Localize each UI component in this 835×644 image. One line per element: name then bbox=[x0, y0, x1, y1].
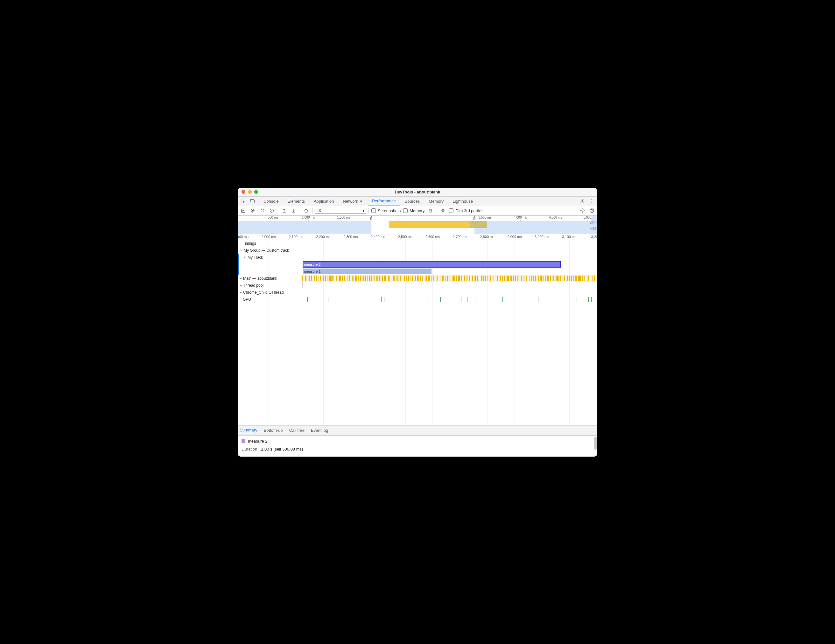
dim-3rd-parties-checkbox[interactable]: Dim 3rd parties bbox=[449, 208, 483, 213]
overview-tick: 1,500 ms bbox=[337, 216, 350, 219]
more-icon[interactable] bbox=[588, 197, 596, 205]
panel-tabs-bar: Console Elements Application Network Per… bbox=[238, 196, 597, 206]
overview-tick: 4,000 ms bbox=[513, 216, 526, 219]
overview-tick: 1,000 ms bbox=[302, 216, 315, 219]
flame-chart[interactable]: Timings ▼My Group — Custom track ▼My Tra… bbox=[238, 240, 597, 425]
overview-handle-left[interactable] bbox=[370, 216, 372, 220]
record-icon[interactable] bbox=[249, 207, 256, 214]
flame-ruler: 1,900 ms 2,000 ms 2,100 ms 2,200 ms 2,30… bbox=[238, 234, 597, 240]
flame-tick: 2,400 ms bbox=[371, 235, 385, 238]
flame-tick: 2,600 ms bbox=[426, 235, 440, 238]
track-timings[interactable]: Timings bbox=[238, 240, 597, 247]
svg-point-11 bbox=[252, 210, 253, 212]
summary-duration-row: Duration 1.00 s (self 500.08 ms) bbox=[242, 447, 593, 451]
childio-label: Chrome_ChildIOThread bbox=[243, 290, 284, 295]
settings-icon[interactable] bbox=[578, 197, 586, 205]
help-icon[interactable] bbox=[588, 207, 595, 214]
event-measure-2[interactable]: measure 2 bbox=[303, 261, 560, 267]
track-gpu[interactable]: GPU bbox=[238, 296, 597, 303]
event-measure-1[interactable]: measure 1 bbox=[303, 269, 432, 274]
zoom-window-button[interactable] bbox=[254, 190, 258, 194]
overview-cpu-yellow bbox=[389, 221, 469, 228]
tab-elements[interactable]: Elements bbox=[284, 196, 309, 206]
capture-settings-icon[interactable] bbox=[579, 207, 586, 214]
overview-tick: 500 ms bbox=[268, 216, 278, 219]
disclosure-triangle-icon[interactable]: ▶ bbox=[240, 284, 242, 287]
inspect-element-icon[interactable] bbox=[239, 197, 247, 205]
dim-3rd-parties-label: Dim 3rd parties bbox=[455, 208, 483, 213]
track-mytrack[interactable]: ▼My Track bbox=[238, 254, 597, 261]
net-label: NET bbox=[590, 226, 597, 232]
flame-tick: 3,000 ms bbox=[534, 235, 549, 238]
scrollbar-thumb[interactable] bbox=[594, 437, 597, 449]
titlebar: DevTools - about:blank bbox=[238, 188, 597, 196]
mytrack-label: My Track bbox=[248, 255, 263, 260]
svg-point-16 bbox=[591, 212, 592, 212]
tab-sources[interactable]: Sources bbox=[401, 196, 424, 206]
disclosure-triangle-icon[interactable]: ▶ bbox=[240, 291, 242, 294]
screenshots-checkbox[interactable]: Screenshots bbox=[371, 208, 401, 213]
overview-tick: 3,500 ms bbox=[478, 216, 491, 219]
drawer-tab-calltree[interactable]: Call tree bbox=[289, 425, 305, 435]
main-strip bbox=[301, 275, 597, 282]
device-toolbar-icon[interactable] bbox=[249, 197, 257, 205]
tab-console[interactable]: Console bbox=[260, 196, 283, 206]
performance-toolbar: #3 ▾ Screenshots Memory Dim 3rd parties bbox=[238, 206, 597, 216]
minimize-window-button[interactable] bbox=[248, 190, 252, 194]
reload-icon[interactable] bbox=[259, 207, 266, 214]
overview-side-labels: CPU NET bbox=[590, 220, 597, 232]
traffic-lights bbox=[238, 190, 258, 194]
overview-handle-right[interactable] bbox=[473, 216, 475, 220]
track-threadpool[interactable]: ▶Thread pool bbox=[238, 282, 597, 289]
tab-memory[interactable]: Memory bbox=[425, 196, 447, 206]
tab-lighthouse[interactable]: Lighthouse bbox=[449, 196, 477, 206]
summary-selected-name: measure 2 bbox=[248, 439, 267, 444]
drawer-tab-summary[interactable]: Summary bbox=[240, 425, 257, 435]
main-label: Main — about:blank bbox=[243, 276, 277, 281]
track-measure2-row: measure 2 bbox=[238, 261, 597, 268]
trash-icon[interactable] bbox=[427, 207, 434, 214]
overview-cpu-olive bbox=[469, 221, 487, 228]
svg-rect-3 bbox=[361, 200, 362, 201]
tab-performance[interactable]: Performance bbox=[368, 196, 400, 206]
flame-tick: 2,000 ms bbox=[262, 235, 276, 238]
disclosure-triangle-icon[interactable]: ▶ bbox=[240, 277, 242, 280]
track-main[interactable]: ▶Main — about:blank bbox=[238, 275, 597, 282]
svg-point-5 bbox=[582, 200, 583, 202]
chevron-down-icon: ▾ bbox=[362, 208, 365, 213]
upload-icon[interactable] bbox=[281, 207, 288, 214]
summary-title-row: measure 2 bbox=[242, 439, 593, 444]
timeline-overview[interactable]: 500 ms 1,000 ms 1,500 ms 2,000 ms 2,500 … bbox=[238, 216, 597, 234]
clear-icon[interactable] bbox=[268, 207, 275, 214]
svg-point-6 bbox=[591, 199, 593, 200]
group-label: My Group — Custom track bbox=[244, 248, 289, 253]
close-window-button[interactable] bbox=[242, 190, 245, 194]
tab-network-label: Network bbox=[343, 199, 358, 204]
toggle-record-settings-icon[interactable] bbox=[240, 207, 247, 214]
flame-tick: 2,900 ms bbox=[507, 235, 521, 238]
track-childio[interactable]: ▶Chrome_ChildIOThread bbox=[238, 289, 597, 296]
window-title: DevTools - about:blank bbox=[238, 190, 597, 195]
warning-icon bbox=[359, 199, 363, 203]
flame-tick: 2,100 ms bbox=[289, 235, 303, 238]
download-icon[interactable] bbox=[290, 207, 297, 214]
flame-tick: 1,900 ms bbox=[238, 235, 249, 238]
memory-checkbox[interactable]: Memory bbox=[403, 208, 424, 213]
collapse-icon[interactable] bbox=[439, 207, 447, 214]
flame-tick: 2,800 ms bbox=[480, 235, 494, 238]
tab-application[interactable]: Application bbox=[310, 196, 338, 206]
disclosure-triangle-icon[interactable]: ▼ bbox=[240, 249, 242, 252]
drawer-tab-bottomup[interactable]: Bottom-up bbox=[264, 425, 283, 435]
overview-tick: 4,500 ms bbox=[549, 216, 562, 219]
svg-rect-2 bbox=[253, 200, 255, 203]
tab-network[interactable]: Network bbox=[339, 196, 367, 206]
profile-select-value: #3 bbox=[316, 208, 321, 213]
separator bbox=[258, 198, 258, 204]
svg-point-14 bbox=[582, 210, 583, 211]
home-icon[interactable] bbox=[303, 207, 310, 214]
profile-select[interactable]: #3 ▾ bbox=[315, 208, 366, 214]
track-group[interactable]: ▼My Group — Custom track bbox=[238, 247, 597, 254]
drawer-tab-eventlog[interactable]: Event log bbox=[311, 425, 328, 435]
disclosure-triangle-icon[interactable]: ▼ bbox=[244, 256, 246, 259]
memory-checkbox-label: Memory bbox=[409, 208, 424, 213]
